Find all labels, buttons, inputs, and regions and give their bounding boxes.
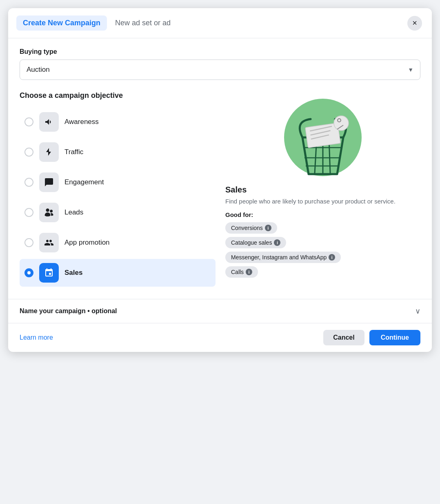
engagement-icon-box xyxy=(39,172,59,192)
chevron-down-icon: ∨ xyxy=(415,307,420,316)
objective-item-leads[interactable]: Leads xyxy=(20,199,216,226)
objective-section: Choose a campaign objective Awareness xyxy=(20,91,420,289)
buying-type-dropdown[interactable]: Auction ▼ xyxy=(20,60,420,80)
sales-label: Sales xyxy=(64,269,82,277)
tags-container: Conversions i Catalogue sales i Messenge… xyxy=(225,222,420,281)
awareness-label: Awareness xyxy=(64,118,99,126)
awareness-icon-box xyxy=(39,112,59,132)
detail-description: Find people who are likely to purchase y… xyxy=(225,197,420,206)
radio-traffic[interactable] xyxy=(24,148,33,157)
tag-catalogue-sales: Catalogue sales i xyxy=(225,237,286,248)
tab-create-campaign[interactable]: Create New Campaign xyxy=(16,15,107,31)
tag-conversions: Conversions i xyxy=(225,222,277,234)
info-icon-catalogue[interactable]: i xyxy=(274,239,280,246)
objective-item-awareness[interactable]: Awareness xyxy=(20,108,216,136)
modal-header: Create New Campaign New ad set or ad × xyxy=(8,8,432,38)
radio-leads[interactable] xyxy=(24,208,33,217)
name-campaign-bar[interactable]: Name your campaign • optional ∨ xyxy=(8,299,432,323)
tag-calls: Calls i xyxy=(225,266,258,278)
objective-item-app-promotion[interactable]: App promotion xyxy=(20,229,216,256)
objective-right: Sales Find people who are likely to purc… xyxy=(225,91,420,289)
buying-type-label: Buying type xyxy=(20,48,420,55)
sales-icon-box xyxy=(39,263,59,283)
modal: Create New Campaign New ad set or ad × B… xyxy=(8,8,432,352)
objective-item-traffic[interactable]: Traffic xyxy=(20,138,216,166)
objective-heading: Choose a campaign objective xyxy=(20,91,216,100)
tag-messenger: Messenger, Instagram and WhatsApp i xyxy=(225,252,341,263)
traffic-icon-box xyxy=(39,142,59,162)
app-promotion-label: App promotion xyxy=(64,239,110,247)
leads-label: Leads xyxy=(64,208,83,217)
cancel-button[interactable]: Cancel xyxy=(323,330,364,345)
chevron-down-icon: ▼ xyxy=(408,66,413,73)
detail-title: Sales xyxy=(225,185,420,195)
good-for-label: Good for: xyxy=(225,211,420,218)
traffic-label: Traffic xyxy=(64,148,83,156)
tag-catalogue-label: Catalogue sales xyxy=(231,239,272,246)
name-campaign-text: Name your campaign • optional xyxy=(20,307,117,315)
radio-sales[interactable] xyxy=(24,268,33,277)
radio-engagement[interactable] xyxy=(24,178,33,187)
tag-calls-label: Calls xyxy=(231,269,244,275)
svg-point-12 xyxy=(334,116,349,130)
learn-more-link[interactable]: Learn more xyxy=(20,334,53,341)
modal-footer: Learn more Cancel Continue xyxy=(8,323,432,352)
info-icon-conversions[interactable]: i xyxy=(265,225,271,231)
radio-awareness[interactable] xyxy=(24,117,33,126)
engagement-label: Engagement xyxy=(64,178,104,186)
objective-item-engagement[interactable]: Engagement xyxy=(20,168,216,196)
objective-left: Choose a campaign objective Awareness xyxy=(20,91,216,289)
close-button[interactable]: × xyxy=(407,16,422,31)
tag-messenger-label: Messenger, Instagram and WhatsApp xyxy=(231,254,327,261)
objective-item-sales[interactable]: Sales xyxy=(20,259,216,287)
buying-type-section: Buying type Auction ▼ xyxy=(20,48,420,80)
buying-type-value: Auction xyxy=(27,66,50,74)
app-promotion-icon-box xyxy=(39,233,59,252)
info-icon-calls[interactable]: i xyxy=(246,269,252,275)
leads-icon-box xyxy=(39,203,59,222)
tag-conversions-label: Conversions xyxy=(231,225,263,231)
sales-illustration xyxy=(280,95,366,180)
radio-dot xyxy=(27,271,31,274)
continue-button[interactable]: Continue xyxy=(369,330,420,345)
modal-body: Buying type Auction ▼ Choose a campaign … xyxy=(8,38,432,289)
info-icon-messenger[interactable]: i xyxy=(329,254,335,261)
illustration-container xyxy=(225,95,420,180)
radio-app-promotion[interactable] xyxy=(24,238,33,247)
tab-new-ad-set[interactable]: New ad set or ad xyxy=(112,15,174,31)
